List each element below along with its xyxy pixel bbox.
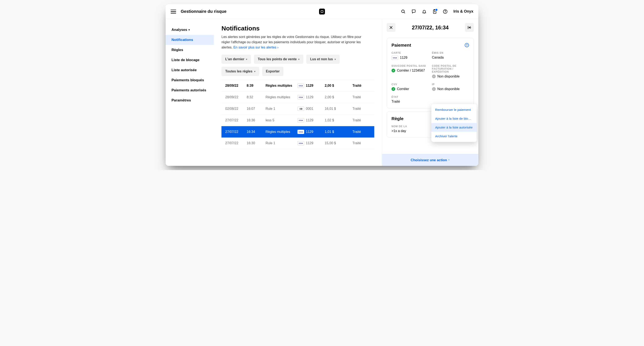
kv-value: Traité (392, 100, 429, 104)
table-row[interactable]: 27/07/2216:30Rule 1VISA112915,00 $Traité (222, 138, 374, 149)
export-button[interactable]: Exporter (262, 67, 284, 76)
page-description: Les alertes sont générées par les règles… (222, 34, 368, 50)
cell-card: VISA1129 (298, 118, 325, 122)
cell-date: 28/09/22 (225, 84, 247, 88)
payment-card: Paiement ? CARTE VISA1129 ÉMIS EN Canada (387, 38, 474, 108)
cell-time: 16:34 (247, 130, 266, 134)
detail-panel: 27/07/22, 16:34 Paiement ? CARTE VISA112… (382, 19, 478, 166)
kv-avs: SVA/CODE POSTAL SAISI ✓Corréler / 123456… (392, 64, 429, 78)
visa-icon: VISA (298, 141, 304, 145)
sidebar-item-blocklist[interactable]: Liste de blocage (166, 55, 214, 65)
choose-action-button[interactable]: Choisissez une action⌃ (382, 154, 478, 166)
help-icon[interactable]: ? (465, 43, 469, 47)
table-row[interactable]: 27/07/2216:36less 5VISA11291,02 $Traité (222, 115, 374, 126)
kv-label: ÉTAT (392, 96, 429, 98)
action-refund[interactable]: Rembourser le paiement (431, 106, 477, 114)
menu-icon[interactable] (171, 10, 176, 14)
chevron-down-icon: ▾ (246, 58, 247, 61)
sidebar-item-settings[interactable]: Paramètres (166, 95, 214, 106)
visa-icon: VISA (392, 56, 398, 60)
filter-label: Lus et non lus (310, 57, 333, 61)
kv-issued: ÉMIS EN Canada (432, 52, 469, 60)
visa-icon: VISA (298, 118, 304, 122)
table-row[interactable]: 28/09/228:39Règles multiplesVISA11292,00… (222, 80, 374, 92)
kv-card: CARTE VISA1129 (392, 52, 429, 60)
visa-icon: VISA (298, 95, 304, 99)
chevron-down-icon: ▾ (254, 70, 256, 73)
cell-date: 27/07/22 (225, 141, 247, 145)
square-logo[interactable] (319, 8, 325, 14)
cell-time: 8:39 (247, 84, 266, 88)
action-blocklist[interactable]: Ajouter à la liste de bloc… (431, 114, 477, 123)
chevron-down-icon: ▾ (334, 58, 336, 61)
cell-last4: 1129 (306, 118, 314, 122)
filter-label: L'an dernier (225, 57, 244, 61)
check-icon: ✓ (392, 69, 395, 72)
chat-icon[interactable] (412, 9, 416, 14)
cell-amount: 1,01 $ (325, 130, 352, 134)
sidebar-item-label: Règles (172, 48, 183, 52)
filter-label: Tous les points de vente (258, 57, 297, 61)
kv-value: Non disponible (438, 74, 460, 78)
kv-ip: IP –Non disponible (432, 83, 469, 91)
search-icon[interactable] (401, 9, 406, 14)
kv-billzip: CODE POSTAL DE FACTURATION / EXPÉDITION … (432, 64, 469, 78)
sidebar-item-analyses[interactable]: Analyses ▾ (166, 25, 214, 35)
filter-read[interactable]: Lus et non lus▾ (306, 54, 340, 64)
kv-label: CVV (392, 83, 429, 86)
app-title: Gestionnaire du risque (181, 9, 226, 14)
action-archive[interactable]: Archiver l'alerte (431, 132, 477, 141)
dash-icon: – (432, 87, 436, 91)
cell-time: 16:30 (247, 141, 266, 145)
learn-more-link[interactable]: En savoir plus sur les alertes › (234, 46, 278, 49)
bell-icon[interactable] (422, 9, 426, 14)
cell-amount: 16,01 $ (325, 107, 352, 111)
kv-label: SVA/CODE POSTAL SAISI (392, 64, 429, 68)
svg-point-0 (402, 10, 404, 12)
chevron-down-icon: ▾ (298, 58, 300, 61)
dash-icon: – (432, 74, 436, 78)
filter-label: Toutes les règles (225, 70, 252, 73)
kv-value: Corréler / 1234567 (397, 69, 425, 72)
clipboard-icon[interactable] (432, 9, 437, 14)
cell-time: 8:32 (247, 95, 266, 99)
card-title: Paiement (392, 42, 411, 48)
kv-value: Corréler (397, 87, 409, 91)
sidebar-item-label: Paramètres (172, 98, 191, 102)
sidebar-item-label: Paiements bloqués (172, 78, 204, 82)
cell-amount: 2,00 $ (325, 95, 352, 99)
sidebar-item-rules[interactable]: Règles (166, 45, 214, 55)
choose-action-label: Choisissez une action (410, 158, 447, 162)
svg-line-1 (404, 12, 405, 13)
table-row[interactable]: 02/08/2216:07Rule 1000116,01 $Traité (222, 103, 374, 115)
cell-date: 02/08/22 (225, 107, 247, 111)
merchant-name[interactable]: Iris & Onyx (454, 9, 473, 14)
action-allowlist[interactable]: Ajouter à la liste autorisée (431, 123, 477, 132)
cell-time: 16:36 (247, 118, 266, 122)
sidebar-item-blocked-payments[interactable]: Paiements bloqués (166, 75, 214, 85)
cell-time: 16:07 (247, 107, 266, 111)
filter-rules[interactable]: Toutes les règles▾ (222, 67, 259, 76)
sidebar-item-notifications[interactable]: Notifications (166, 35, 214, 45)
collapse-button[interactable] (465, 23, 474, 32)
chevron-up-icon: ⌃ (448, 159, 450, 162)
cell-rule: Règles multiples (266, 84, 298, 88)
cell-date: 27/07/22 (225, 130, 247, 134)
visa-icon: VISA (298, 84, 304, 88)
action-menu: Rembourser le paiement Ajouter à la list… (431, 104, 477, 142)
table-row[interactable]: 28/09/228:32Règles multiplesVISA11292,00… (222, 92, 374, 103)
table-row[interactable]: 27/07/2216:34Règles multiplesVISA11291,0… (222, 126, 374, 138)
sidebar-item-allowlist[interactable]: Liste autorisée (166, 65, 214, 75)
kv-label: IP (432, 83, 469, 86)
sidebar-item-label: Liste de blocage (172, 58, 200, 62)
cell-status: Traité (352, 95, 370, 99)
filter-location[interactable]: Tous les points de vente▾ (254, 54, 304, 64)
panel-title: 27/07/22, 16:34 (396, 24, 465, 31)
filter-date[interactable]: L'an dernier▾ (222, 54, 251, 64)
mastercard-icon (298, 107, 304, 111)
kv-value: 1129 (400, 56, 408, 60)
sidebar-item-allowed-payments[interactable]: Paiements autorisés (166, 85, 214, 95)
help-icon[interactable] (443, 9, 448, 14)
cell-status: Traité (352, 130, 370, 134)
close-button[interactable] (387, 23, 396, 32)
